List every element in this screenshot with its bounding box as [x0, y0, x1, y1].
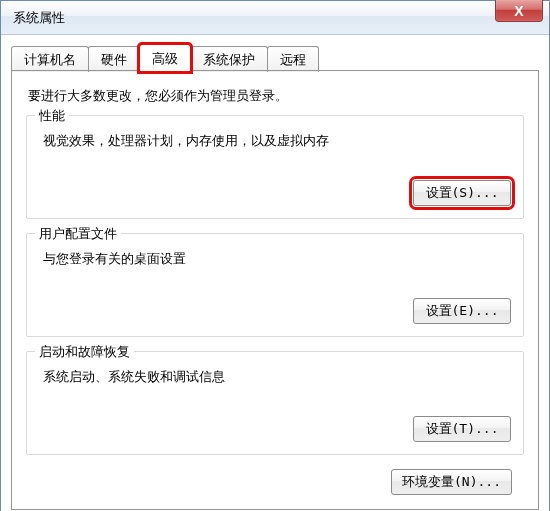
tab-computer-name[interactable]: 计算机名 [11, 46, 89, 72]
tab-system-protection[interactable]: 系统保护 [190, 46, 268, 72]
group-title-startup-recovery: 启动和故障恢复 [35, 343, 134, 361]
button-row: 设置(T)... [39, 416, 511, 442]
button-label: 设置(S)... [426, 184, 499, 202]
tab-advanced[interactable]: 高级 [139, 44, 191, 72]
button-label: 环境变量(N)... [402, 473, 501, 491]
tab-label: 远程 [280, 52, 306, 67]
tab-remote[interactable]: 远程 [267, 46, 319, 72]
tab-label: 硬件 [101, 52, 127, 67]
tab-label: 高级 [152, 51, 178, 66]
group-performance: 性能 视觉效果，处理器计划，内存使用，以及虚拟内存 设置(S)... [26, 115, 524, 219]
startup-recovery-settings-button[interactable]: 设置(T)... [413, 416, 511, 442]
group-startup-recovery: 启动和故障恢复 系统启动、系统失败和调试信息 设置(T)... [26, 351, 524, 455]
tab-label: 计算机名 [24, 52, 76, 67]
group-title-user-profiles: 用户配置文件 [35, 225, 121, 243]
admin-required-note: 要进行大多数更改，您必须作为管理员登录。 [28, 87, 522, 105]
group-desc-user-profiles: 与您登录有关的桌面设置 [43, 250, 511, 268]
tab-label: 系统保护 [203, 52, 255, 67]
window-body: 计算机名 硬件 高级 系统保护 远程 要进行大多数更改，您必须作为管理员登录。 … [1, 35, 549, 511]
performance-settings-button[interactable]: 设置(S)... [413, 180, 511, 206]
tab-hardware[interactable]: 硬件 [88, 46, 140, 72]
group-title-performance: 性能 [35, 107, 69, 125]
system-properties-window: 系统属性 X 计算机名 硬件 高级 系统保护 远程 要进行大多数更改，您 [0, 0, 550, 511]
close-button[interactable]: X [495, 0, 543, 22]
user-profiles-settings-button[interactable]: 设置(E)... [413, 298, 511, 324]
button-row: 设置(S)... [39, 180, 511, 206]
button-label: 设置(T)... [426, 420, 499, 438]
environment-variables-button[interactable]: 环境变量(N)... [391, 469, 512, 495]
button-label: 设置(E)... [426, 302, 499, 320]
tab-baseline [11, 70, 539, 71]
tab-strip: 计算机名 硬件 高级 系统保护 远程 [11, 43, 539, 71]
button-row: 设置(E)... [39, 298, 511, 324]
group-desc-performance: 视觉效果，处理器计划，内存使用，以及虚拟内存 [43, 132, 511, 150]
close-icon: X [514, 3, 523, 19]
window-title: 系统属性 [13, 9, 65, 27]
tab-pane-advanced: 要进行大多数更改，您必须作为管理员登录。 性能 视觉效果，处理器计划，内存使用，… [11, 71, 539, 510]
titlebar[interactable]: 系统属性 X [1, 1, 549, 35]
group-user-profiles: 用户配置文件 与您登录有关的桌面设置 设置(E)... [26, 233, 524, 337]
group-desc-startup-recovery: 系统启动、系统失败和调试信息 [43, 368, 511, 386]
env-row: 环境变量(N)... [26, 469, 524, 495]
